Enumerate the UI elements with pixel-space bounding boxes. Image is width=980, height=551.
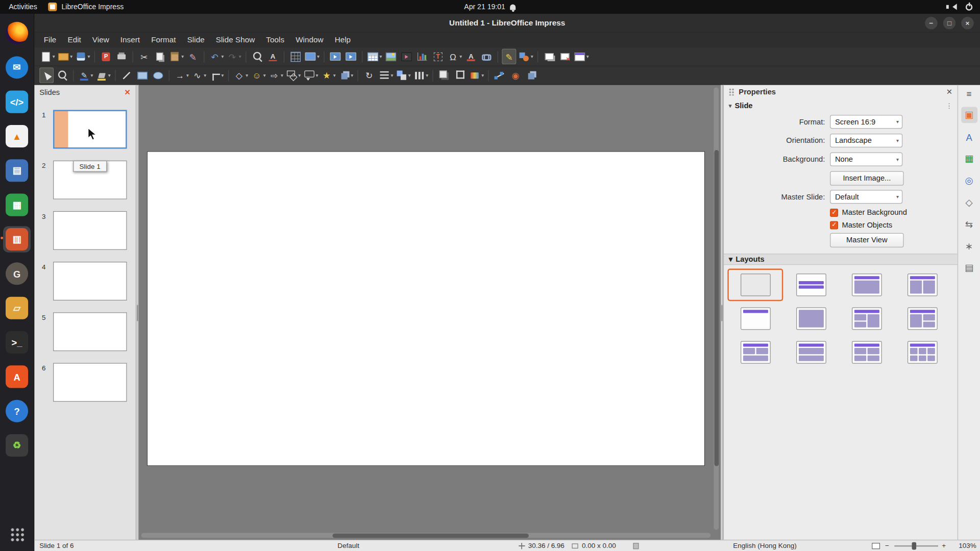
show-draw-functions-icon[interactable] [502, 49, 516, 65]
power-icon[interactable] [966, 4, 972, 10]
arrange-objects-icon[interactable]: ▾ [395, 67, 411, 83]
insert-chart-icon[interactable] [415, 49, 429, 65]
menu-tools[interactable]: Tools [260, 34, 290, 46]
layout-content-over-content[interactable] [783, 336, 839, 369]
sidebar-tab-shapes[interactable]: ◇ [961, 194, 977, 211]
vertical-scrollbar-thumb[interactable] [714, 150, 719, 466]
spelling-icon[interactable] [266, 49, 280, 65]
connectors-icon[interactable]: ▾ [208, 67, 225, 83]
rotate-icon[interactable]: ↻ [362, 67, 376, 83]
dock-item-files[interactable]: ▱ [3, 295, 31, 321]
layout-title-content[interactable] [839, 269, 894, 302]
dock-item-libreoffice-impress[interactable]: ▥ [3, 226, 31, 252]
menu-format[interactable]: Format [145, 34, 182, 46]
document-modified-icon[interactable] [633, 543, 639, 549]
layout-centered-text[interactable] [783, 303, 839, 335]
connectors-dropdown[interactable]: ▾ [222, 72, 224, 78]
undo-icon[interactable]: ↶▾ [208, 49, 225, 65]
dock-item-libreoffice-calc[interactable]: ▦ [3, 192, 31, 218]
close-button[interactable]: × [961, 17, 973, 29]
layout-title-only[interactable] [727, 303, 783, 335]
dock-item-gimp[interactable]: G [3, 261, 31, 287]
block-arrows-dropdown[interactable]: ▾ [281, 72, 283, 78]
edit-points-icon[interactable] [493, 67, 507, 83]
properties-close-icon[interactable]: ✕ [946, 87, 952, 96]
open-file-icon[interactable]: ▾ [57, 49, 73, 65]
paste-icon[interactable]: ▾ [168, 49, 184, 65]
save-icon[interactable]: ▾ [75, 49, 91, 65]
paste-dropdown[interactable]: ▾ [181, 54, 184, 59]
basic-shapes-dropdown[interactable]: ▾ [531, 54, 533, 59]
align-objects-icon[interactable]: ▾ [378, 67, 394, 83]
menu-file[interactable]: File [38, 34, 62, 46]
lines-and-arrows-dropdown[interactable]: ▾ [186, 72, 189, 78]
insert-image-button[interactable]: Insert Image... [830, 171, 903, 185]
focused-app[interactable]: LibreOffice Impress [48, 3, 124, 11]
zoom-out-button[interactable]: − [885, 542, 889, 549]
basic-shapes-icon[interactable]: ▾ [518, 49, 534, 65]
slide-thumbnail-6[interactable] [53, 363, 127, 402]
layout-title-slide[interactable] [783, 269, 839, 302]
open-file-dropdown[interactable]: ▾ [70, 54, 72, 59]
toggle-extrusion-icon[interactable] [524, 67, 538, 83]
sidebar-settings-icon[interactable]: ≡ [967, 89, 972, 99]
layout-two-content-and-content[interactable] [839, 303, 894, 335]
redo-icon[interactable]: ↷▾ [226, 49, 242, 65]
insert-image-icon[interactable] [384, 49, 398, 65]
minimize-button[interactable]: − [925, 17, 937, 29]
curves-and-polygons-icon[interactable]: ∿▾ [191, 67, 207, 83]
symbol-shapes-dropdown[interactable]: ▾ [263, 72, 266, 78]
save-dropdown[interactable]: ▾ [87, 54, 90, 59]
clock[interactable]: Apr 21 19:01 [464, 3, 505, 11]
dock-item-system-recycle[interactable]: ♻ [3, 432, 31, 458]
sidebar-tab-animation[interactable]: ∗ [961, 238, 977, 255]
curves-and-polygons-dropdown[interactable]: ▾ [204, 72, 206, 78]
dock-item-firefox[interactable] [3, 20, 31, 46]
copy-icon[interactable] [153, 49, 167, 65]
new-presentation-icon[interactable]: ▾ [39, 49, 56, 65]
dock-item-libreoffice-writer[interactable]: ▤ [3, 158, 31, 184]
show-applications-button[interactable] [3, 521, 31, 547]
zoom-percent[interactable]: 103% [955, 542, 976, 549]
3d-objects-dropdown[interactable]: ▾ [351, 72, 353, 78]
slide-thumbnail-5[interactable] [53, 312, 127, 351]
master-view-button[interactable]: Master View [830, 233, 903, 247]
fill-color-icon[interactable]: ▾ [95, 67, 111, 83]
callout-shapes-dropdown[interactable]: ▾ [316, 72, 318, 78]
insert-special-character-dropdown[interactable]: ▾ [459, 54, 462, 59]
insert-fontwork-icon[interactable] [464, 49, 478, 65]
activities-button[interactable]: Activities [9, 3, 37, 11]
clone-formatting-icon[interactable]: ✎ [186, 49, 200, 65]
start-from-first-slide-icon[interactable] [328, 49, 342, 65]
slide-layout-icon[interactable]: ▾ [573, 49, 590, 65]
display-grid-icon[interactable] [288, 49, 303, 65]
layout-six-content[interactable] [894, 336, 950, 369]
rectangle-icon[interactable] [135, 67, 150, 83]
image-filter-icon[interactable]: ▾ [468, 67, 484, 83]
sidebar-tab-master-slides[interactable]: ▤ [961, 260, 977, 276]
menu-slide-show[interactable]: Slide Show [210, 34, 261, 46]
menu-insert[interactable]: Insert [115, 34, 145, 46]
orientation-select[interactable]: Landscape ▾ [830, 134, 902, 147]
maximize-button[interactable]: □ [943, 17, 955, 29]
layout-content-and-two-content[interactable] [894, 303, 950, 335]
slides-panel-close-icon[interactable]: ✕ [125, 88, 131, 97]
distribute-selection-dropdown[interactable]: ▾ [426, 72, 428, 78]
export-pdf-icon[interactable] [99, 49, 113, 65]
menu-slide[interactable]: Slide [182, 34, 210, 46]
redo-dropdown[interactable]: ▾ [239, 54, 241, 59]
horizontal-scrollbar-thumb[interactable] [332, 533, 528, 538]
symbol-shapes-icon[interactable]: ☺▾ [250, 67, 266, 83]
cut-icon[interactable]: ✂ [137, 49, 151, 65]
insert-line-icon[interactable] [119, 67, 134, 83]
callout-shapes-icon[interactable]: ▾ [303, 67, 319, 83]
background-select[interactable]: None ▾ [830, 153, 902, 166]
show-gluepoint-functions-icon[interactable]: ◉ [508, 67, 523, 83]
sidebar-tab-slide-transition[interactable]: ⇆ [961, 216, 977, 233]
slide-section-header[interactable]: ▾ Slide ⋮ [724, 98, 958, 112]
flowchart-shapes-dropdown[interactable]: ▾ [298, 72, 301, 78]
arrange-objects-dropdown[interactable]: ▾ [408, 72, 411, 78]
layout-title-two-content[interactable] [894, 269, 950, 302]
find-replace-icon[interactable] [250, 49, 264, 65]
sidebar-tab-gallery[interactable]: ▦ [961, 151, 977, 167]
